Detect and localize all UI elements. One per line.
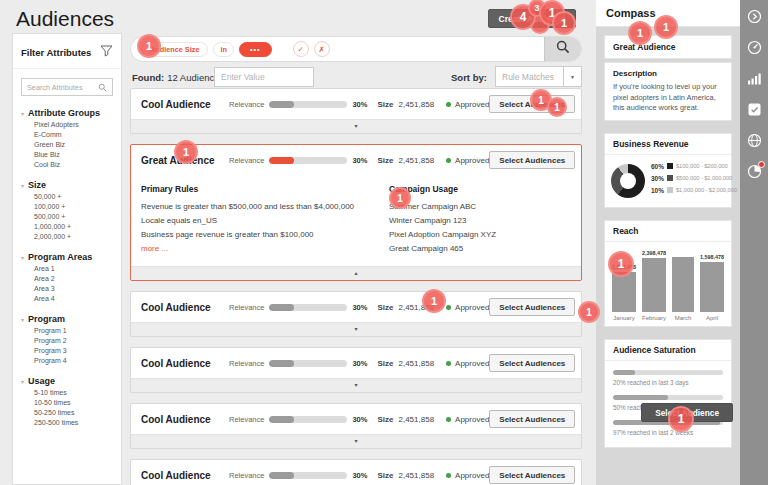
sidebar-item[interactable]: Green Biz bbox=[13, 138, 121, 148]
confirm-rule-icon[interactable]: ✓ bbox=[293, 41, 309, 57]
dropdown-caret-icon[interactable]: ▼ bbox=[563, 67, 581, 86]
card-expander-toggle[interactable]: ▾ bbox=[131, 322, 581, 336]
audience-card: Cool AudienceRelevance30%Size2,451,858Ap… bbox=[130, 291, 582, 337]
size-value: 2,451,858 bbox=[398, 359, 434, 368]
audience-name: Cool Audience bbox=[141, 99, 229, 110]
status-label: Approved bbox=[455, 359, 489, 368]
stats-bars-icon[interactable] bbox=[747, 71, 762, 86]
sidebar-item[interactable]: 5-10 times bbox=[13, 386, 121, 396]
sidebar-section-header[interactable]: ▾Usage bbox=[13, 376, 121, 386]
select-audiences-button[interactable]: Select Audiences bbox=[489, 466, 575, 484]
sidebar-item[interactable]: 500,000 + bbox=[13, 210, 121, 220]
search-button[interactable] bbox=[544, 37, 581, 61]
sidebar-item[interactable]: 1,000,000 + bbox=[13, 220, 121, 230]
legend-percent: 30% bbox=[651, 175, 664, 182]
select-audiences-button[interactable]: Select Audiences bbox=[489, 410, 575, 428]
enter-value-placeholder: Enter Value bbox=[221, 72, 265, 82]
audience-name: Cool Audience bbox=[141, 414, 229, 425]
remove-rule-icon[interactable]: ✗ bbox=[314, 41, 330, 57]
status-dot-icon bbox=[446, 361, 451, 366]
reach-bar bbox=[700, 262, 724, 312]
select-audiences-button[interactable]: Select Audiences bbox=[489, 151, 575, 169]
size-value: 2,451,858 bbox=[398, 303, 434, 312]
select-audiences-button[interactable]: Select Audiences bbox=[489, 298, 575, 316]
size-label: Size bbox=[377, 303, 393, 312]
reach-bar bbox=[642, 258, 666, 312]
sidebar-item[interactable]: 2,000,000 + bbox=[13, 230, 121, 240]
tasks-checkbox-icon[interactable] bbox=[747, 102, 762, 117]
sidebar-item[interactable]: Cool Biz bbox=[13, 158, 121, 168]
audience-card: Great AudienceRelevance30%Size2,451,858A… bbox=[130, 144, 582, 281]
status: Approved bbox=[446, 156, 489, 165]
audience-card-header[interactable]: Cool AudienceRelevance30%Size2,451,858Ap… bbox=[131, 292, 581, 322]
sidebar-item[interactable]: Area 1 bbox=[13, 262, 121, 272]
filter-funnel-icon[interactable] bbox=[100, 43, 113, 61]
audience-card-header[interactable]: Great AudienceRelevance30%Size2,451,858A… bbox=[131, 145, 581, 175]
card-expander-toggle[interactable]: ▴ bbox=[131, 266, 581, 280]
notification-dot bbox=[758, 161, 765, 168]
more-link[interactable]: more ... bbox=[141, 244, 373, 253]
found-count: Found:12 Audiences bbox=[132, 72, 224, 83]
sidebar-item[interactable]: 50-250 times bbox=[13, 406, 121, 416]
relevance-bar-fill bbox=[269, 101, 294, 108]
select-audiences-button[interactable]: Select Audiences bbox=[489, 354, 575, 372]
audience-card-header[interactable]: Cool AudienceRelevance30%Size2,451,858Ap… bbox=[131, 404, 581, 434]
relevance-bar-fill bbox=[269, 157, 294, 164]
audience-card-header[interactable]: Cool AudienceRelevance30%Size2,451,858Ap… bbox=[131, 348, 581, 378]
audience-card-header[interactable]: Cool AudienceRelevance30%Size2,451,858Ap… bbox=[131, 460, 581, 485]
compass-icon[interactable] bbox=[747, 40, 762, 55]
rule-search-bar[interactable]: Audience Size in ••• ✓ ✗ bbox=[130, 36, 582, 62]
card-expander-toggle[interactable]: ▾ bbox=[131, 378, 581, 392]
sidebar-item[interactable]: E-Comm bbox=[13, 128, 121, 138]
sidebar-section-header[interactable]: ▾Size bbox=[13, 180, 121, 190]
sidebar-item[interactable]: Area 2 bbox=[13, 272, 121, 282]
enter-value-input[interactable]: Enter Value bbox=[214, 67, 314, 87]
relevance-label: Relevance bbox=[229, 415, 264, 424]
sidebar-item[interactable]: Program 4 bbox=[13, 354, 121, 364]
primary-rules-column: Primary RulesRevenue is greater than $50… bbox=[141, 177, 373, 258]
status-dot-icon bbox=[446, 158, 451, 163]
sidebar-item[interactable]: Blue Biz bbox=[13, 148, 121, 158]
rule-operator-chip[interactable]: in bbox=[213, 42, 234, 57]
status-label: Approved bbox=[455, 471, 489, 480]
network-icon[interactable] bbox=[747, 133, 762, 148]
rule-value-chip[interactable]: ••• bbox=[239, 42, 272, 57]
sidebar-section-label: Program bbox=[28, 314, 65, 324]
size-value: 2,451,858 bbox=[398, 471, 434, 480]
sidebar-item[interactable]: Program 2 bbox=[13, 334, 121, 344]
sidebar-item[interactable]: 10-50 times bbox=[13, 396, 121, 406]
sidebar-section-label: Attribute Groups bbox=[28, 108, 100, 118]
size-label: Size bbox=[377, 156, 393, 165]
sidebar-section-header[interactable]: ▾Attribute Groups bbox=[13, 108, 121, 118]
sidebar-item[interactable]: 250-500 times bbox=[13, 416, 121, 426]
sort-by-select[interactable]: Rule Matches ▼ bbox=[495, 66, 582, 87]
select-audience-button[interactable]: Select Audience bbox=[641, 403, 733, 422]
campaign-usage-column: Campaign UsageSummer Campaign ABCWinter … bbox=[389, 177, 571, 258]
sidebar-item[interactable]: Area 4 bbox=[13, 292, 121, 302]
size-group: Size2,451,858 bbox=[377, 359, 434, 368]
sidebar-section-header[interactable]: ▾Program bbox=[13, 314, 121, 324]
sidebar-item[interactable]: Area 3 bbox=[13, 282, 121, 292]
sidebar-item[interactable]: 50,000 + bbox=[13, 190, 121, 200]
compass-selected-audience[interactable]: Great Audience bbox=[604, 35, 732, 59]
sidebar-item[interactable]: 100,000 + bbox=[13, 200, 121, 210]
sidebar-item[interactable]: Program 1 bbox=[13, 324, 121, 334]
sidebar-item[interactable]: Program 3 bbox=[13, 344, 121, 354]
card-expander-toggle[interactable]: ▾ bbox=[131, 434, 581, 448]
relevance-bar bbox=[269, 416, 347, 423]
sidebar-section-header[interactable]: ▾Program Areas bbox=[13, 252, 121, 262]
create-audience-button[interactable]: Create Audience bbox=[488, 9, 576, 28]
audience-card-details: Primary RulesRevenue is greater than $50… bbox=[131, 175, 581, 266]
sidebar-item[interactable]: Pixel Adopters bbox=[13, 118, 121, 128]
business-revenue-heading: Business Revenue bbox=[605, 134, 731, 155]
audience-card-header[interactable]: Cool AudienceRelevance30%Size2,451,858Ap… bbox=[131, 89, 581, 119]
legend-swatch bbox=[667, 163, 673, 169]
collapse-panel-icon[interactable] bbox=[747, 9, 762, 24]
insights-pie-icon[interactable] bbox=[747, 164, 762, 179]
select-audiences-button[interactable]: Select Audiences bbox=[489, 95, 575, 113]
status: Approved bbox=[446, 415, 489, 424]
rule-attribute-chip[interactable]: Audience Size bbox=[141, 42, 208, 57]
attribute-search-input[interactable]: Search Attributes bbox=[21, 78, 113, 96]
size-label: Size bbox=[377, 100, 393, 109]
card-expander-toggle[interactable]: ▾ bbox=[131, 119, 581, 133]
